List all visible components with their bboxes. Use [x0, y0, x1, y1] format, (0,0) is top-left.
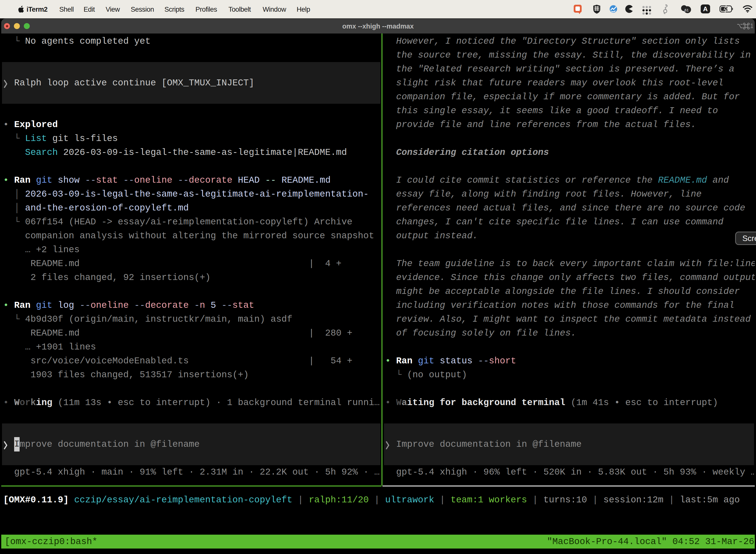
svg-text:1: 1: [750, 22, 753, 30]
svg-text:..61: ..61: [682, 8, 689, 12]
